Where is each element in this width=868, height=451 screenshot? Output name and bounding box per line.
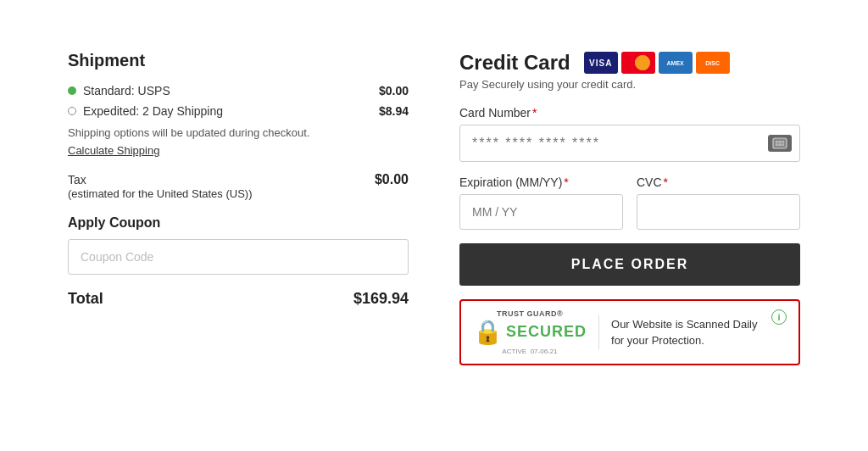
trust-guard-date: ACTIVE 07-06-21: [502, 348, 557, 355]
total-price: $169.94: [353, 290, 409, 308]
expiry-cvc-row: Expiration (MM/YY)* CVC*: [459, 175, 800, 230]
credit-card-header: Credit Card VISA AMEX DISC: [459, 51, 800, 75]
tax-row: Tax (estimated for the United States (US…: [68, 172, 409, 200]
card-icons-group: VISA AMEX DISC: [584, 52, 730, 74]
mastercard-icon: [621, 52, 655, 74]
trust-guard-logo: TRUST GUARD® 🔒 SECURED ACTIVE 07-06-21: [473, 309, 587, 355]
visa-icon: VISA: [584, 52, 618, 74]
tax-price: $0.00: [375, 172, 409, 187]
selected-dot-icon: [68, 86, 76, 95]
standard-shipping-label: Standard: USPS: [83, 84, 170, 97]
expiry-label: Expiration (MM/YY)*: [459, 175, 623, 189]
trust-guard-brand: TRUST GUARD®: [497, 309, 563, 318]
card-number-input[interactable]: [459, 125, 800, 162]
info-icon[interactable]: i: [771, 309, 787, 325]
trust-guard-badge: TRUST GUARD® 🔒 SECURED ACTIVE 07-06-21 O…: [459, 299, 800, 365]
cvc-group: CVC*: [637, 175, 800, 230]
right-panel: Credit Card VISA AMEX DISC Pay Securely …: [459, 51, 800, 365]
left-panel: Shipment Standard: USPS $0.00 Expedited:…: [68, 51, 409, 308]
total-label: Total: [68, 290, 103, 308]
card-number-label: Card Number*: [459, 106, 800, 120]
card-number-wrapper: [459, 125, 800, 162]
shipping-option-standard[interactable]: Standard: USPS $0.00: [68, 84, 409, 97]
coupon-code-input[interactable]: [68, 239, 409, 275]
cvc-input[interactable]: [637, 194, 800, 230]
discover-icon: DISC: [696, 52, 730, 74]
tax-label: Tax (estimated for the United States (US…: [68, 172, 375, 200]
trust-guard-text: Our Website is Scanned Daily for your Pr…: [611, 316, 760, 349]
trust-guard-secured-text: SECURED: [506, 323, 587, 341]
required-asterisk: *: [532, 106, 537, 120]
svg-point-1: [635, 55, 650, 70]
amex-icon: AMEX: [659, 52, 693, 74]
shield-icon: 🔒: [473, 318, 503, 346]
cvc-label: CVC*: [637, 175, 800, 189]
standard-shipping-price: $0.00: [379, 84, 409, 97]
shipment-title: Shipment: [68, 51, 409, 70]
trust-guard-divider: [598, 315, 599, 349]
total-row: Total $169.94: [68, 290, 409, 308]
credit-card-title: Credit Card: [459, 51, 570, 75]
expedited-shipping-label: Expedited: 2 Day Shipping: [83, 104, 223, 118]
shipping-option-expedited[interactable]: Expedited: 2 Day Shipping $8.94: [68, 104, 409, 118]
expiry-group: Expiration (MM/YY)*: [459, 175, 623, 230]
place-order-button[interactable]: PLACE ORDER: [459, 243, 800, 286]
expiry-input[interactable]: [459, 194, 623, 230]
shipping-note: Shipping options will be updated during …: [68, 126, 409, 139]
checkout-page: Shipment Standard: USPS $0.00 Expedited:…: [17, 17, 851, 451]
apply-coupon-title: Apply Coupon: [68, 215, 409, 231]
cc-subtitle: Pay Securely using your credit card.: [459, 78, 800, 91]
expedited-shipping-price: $8.94: [379, 104, 409, 118]
unselected-dot-icon: [68, 107, 76, 115]
calculate-shipping-link[interactable]: Calculate Shipping: [68, 144, 159, 157]
tax-sublabel: (estimated for the United States (US)): [68, 187, 375, 200]
card-chip-icon: [768, 135, 792, 152]
trust-guard-logo-inner: 🔒 SECURED: [473, 318, 587, 346]
svg-point-0: [626, 55, 642, 70]
